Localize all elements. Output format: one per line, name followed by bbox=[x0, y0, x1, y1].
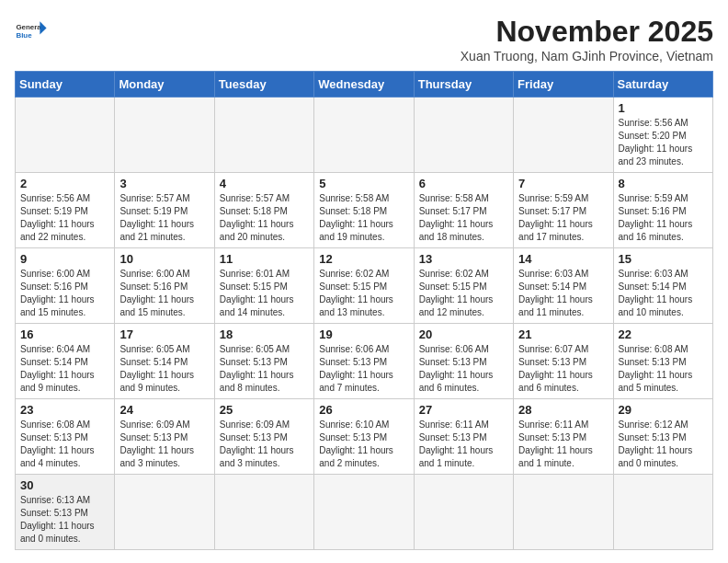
weekday-header: Wednesday bbox=[314, 72, 414, 98]
weekday-row: SundayMondayTuesdayWednesdayThursdayFrid… bbox=[16, 72, 713, 98]
day-info: Sunrise: 6:07 AM Sunset: 5:13 PM Dayligh… bbox=[518, 343, 608, 395]
calendar-cell bbox=[514, 98, 613, 173]
calendar-cell bbox=[16, 98, 115, 173]
day-number: 14 bbox=[518, 252, 608, 266]
svg-text:General: General bbox=[16, 23, 42, 31]
week-row: 1Sunrise: 5:56 AM Sunset: 5:20 PM Daylig… bbox=[16, 98, 713, 173]
day-info: Sunrise: 6:05 AM Sunset: 5:14 PM Dayligh… bbox=[119, 343, 209, 395]
calendar-cell: 9Sunrise: 6:00 AM Sunset: 5:16 PM Daylig… bbox=[16, 248, 115, 324]
calendar-cell: 8Sunrise: 5:59 AM Sunset: 5:16 PM Daylig… bbox=[613, 173, 712, 248]
day-number: 20 bbox=[419, 327, 508, 341]
calendar-cell: 1Sunrise: 5:56 AM Sunset: 5:20 PM Daylig… bbox=[613, 98, 712, 173]
day-info: Sunrise: 6:02 AM Sunset: 5:15 PM Dayligh… bbox=[419, 268, 508, 319]
weekday-header: Tuesday bbox=[214, 72, 313, 98]
calendar-cell: 20Sunrise: 6:06 AM Sunset: 5:13 PM Dayli… bbox=[414, 324, 513, 399]
day-info: Sunrise: 5:59 AM Sunset: 5:16 PM Dayligh… bbox=[619, 192, 708, 244]
calendar-cell: 19Sunrise: 6:06 AM Sunset: 5:13 PM Dayli… bbox=[314, 324, 414, 399]
week-row: 9Sunrise: 6:00 AM Sunset: 5:16 PM Daylig… bbox=[16, 248, 713, 324]
weekday-header: Thursday bbox=[414, 72, 513, 98]
day-number: 8 bbox=[619, 177, 708, 190]
day-info: Sunrise: 6:00 AM Sunset: 5:16 PM Dayligh… bbox=[119, 268, 209, 319]
month-title: November 2025 bbox=[461, 15, 713, 49]
day-number: 24 bbox=[119, 403, 209, 417]
calendar-cell bbox=[214, 98, 313, 173]
day-info: Sunrise: 5:58 AM Sunset: 5:17 PM Dayligh… bbox=[419, 192, 508, 244]
calendar-cell: 23Sunrise: 6:08 AM Sunset: 5:13 PM Dayli… bbox=[16, 399, 115, 475]
week-row: 23Sunrise: 6:08 AM Sunset: 5:13 PM Dayli… bbox=[16, 399, 713, 475]
day-info: Sunrise: 6:00 AM Sunset: 5:16 PM Dayligh… bbox=[20, 268, 109, 319]
calendar-body: 1Sunrise: 5:56 AM Sunset: 5:20 PM Daylig… bbox=[16, 98, 713, 550]
calendar-cell: 4Sunrise: 5:57 AM Sunset: 5:18 PM Daylig… bbox=[214, 173, 313, 248]
day-number: 15 bbox=[619, 252, 708, 266]
calendar-cell: 12Sunrise: 6:02 AM Sunset: 5:15 PM Dayli… bbox=[314, 248, 414, 324]
day-number: 5 bbox=[319, 177, 408, 190]
day-number: 16 bbox=[20, 327, 109, 341]
day-number: 11 bbox=[220, 252, 309, 266]
calendar-cell bbox=[414, 475, 513, 550]
title-area: November 2025 Xuan Truong, Nam GJinh Pro… bbox=[461, 15, 713, 63]
day-number: 4 bbox=[220, 177, 309, 190]
calendar-cell: 18Sunrise: 6:05 AM Sunset: 5:13 PM Dayli… bbox=[214, 324, 313, 399]
calendar-cell: 16Sunrise: 6:04 AM Sunset: 5:14 PM Dayli… bbox=[16, 324, 115, 399]
day-info: Sunrise: 5:59 AM Sunset: 5:17 PM Dayligh… bbox=[518, 192, 608, 244]
calendar-cell: 21Sunrise: 6:07 AM Sunset: 5:13 PM Dayli… bbox=[514, 324, 613, 399]
day-number: 1 bbox=[619, 101, 708, 115]
day-number: 17 bbox=[119, 327, 209, 341]
day-info: Sunrise: 5:56 AM Sunset: 5:19 PM Dayligh… bbox=[20, 192, 109, 244]
calendar-cell bbox=[314, 98, 414, 173]
day-info: Sunrise: 6:08 AM Sunset: 5:13 PM Dayligh… bbox=[619, 343, 708, 395]
day-number: 6 bbox=[419, 177, 508, 190]
calendar-cell: 14Sunrise: 6:03 AM Sunset: 5:14 PM Dayli… bbox=[514, 248, 613, 324]
day-info: Sunrise: 6:06 AM Sunset: 5:13 PM Dayligh… bbox=[319, 343, 408, 395]
day-info: Sunrise: 6:12 AM Sunset: 5:13 PM Dayligh… bbox=[619, 419, 708, 470]
day-number: 2 bbox=[20, 177, 109, 190]
svg-text:Blue: Blue bbox=[16, 31, 32, 40]
week-row: 30Sunrise: 6:13 AM Sunset: 5:13 PM Dayli… bbox=[16, 475, 713, 550]
calendar-cell: 3Sunrise: 5:57 AM Sunset: 5:19 PM Daylig… bbox=[115, 173, 214, 248]
day-number: 27 bbox=[419, 403, 508, 417]
day-number: 28 bbox=[518, 403, 608, 417]
calendar-cell: 29Sunrise: 6:12 AM Sunset: 5:13 PM Dayli… bbox=[613, 399, 712, 475]
calendar-cell bbox=[115, 98, 214, 173]
day-info: Sunrise: 5:57 AM Sunset: 5:19 PM Dayligh… bbox=[119, 192, 209, 244]
svg-marker-2 bbox=[40, 21, 46, 34]
day-info: Sunrise: 6:03 AM Sunset: 5:14 PM Dayligh… bbox=[518, 268, 608, 319]
location-subtitle: Xuan Truong, Nam GJinh Province, Vietnam bbox=[461, 49, 713, 63]
day-number: 30 bbox=[20, 478, 109, 492]
calendar-cell: 15Sunrise: 6:03 AM Sunset: 5:14 PM Dayli… bbox=[613, 248, 712, 324]
day-info: Sunrise: 6:11 AM Sunset: 5:13 PM Dayligh… bbox=[419, 419, 508, 470]
day-info: Sunrise: 6:04 AM Sunset: 5:14 PM Dayligh… bbox=[20, 343, 109, 395]
calendar-cell: 10Sunrise: 6:00 AM Sunset: 5:16 PM Dayli… bbox=[115, 248, 214, 324]
calendar-cell: 11Sunrise: 6:01 AM Sunset: 5:15 PM Dayli… bbox=[214, 248, 313, 324]
day-info: Sunrise: 5:56 AM Sunset: 5:20 PM Dayligh… bbox=[619, 117, 708, 168]
day-info: Sunrise: 6:09 AM Sunset: 5:13 PM Dayligh… bbox=[119, 419, 209, 470]
day-number: 13 bbox=[419, 252, 508, 266]
day-number: 12 bbox=[319, 252, 408, 266]
calendar-cell: 22Sunrise: 6:08 AM Sunset: 5:13 PM Dayli… bbox=[613, 324, 712, 399]
calendar-cell bbox=[514, 475, 613, 550]
calendar-cell: 2Sunrise: 5:56 AM Sunset: 5:19 PM Daylig… bbox=[16, 173, 115, 248]
calendar-cell: 30Sunrise: 6:13 AM Sunset: 5:13 PM Dayli… bbox=[16, 475, 115, 550]
calendar-cell: 28Sunrise: 6:11 AM Sunset: 5:13 PM Dayli… bbox=[514, 399, 613, 475]
day-info: Sunrise: 6:09 AM Sunset: 5:13 PM Dayligh… bbox=[220, 419, 309, 470]
day-number: 19 bbox=[319, 327, 408, 341]
calendar-cell: 6Sunrise: 5:58 AM Sunset: 5:17 PM Daylig… bbox=[414, 173, 513, 248]
logo: General Blue bbox=[15, 15, 48, 48]
day-info: Sunrise: 6:01 AM Sunset: 5:15 PM Dayligh… bbox=[220, 268, 309, 319]
day-number: 9 bbox=[20, 252, 109, 266]
day-number: 22 bbox=[619, 327, 708, 341]
calendar-cell: 26Sunrise: 6:10 AM Sunset: 5:13 PM Dayli… bbox=[314, 399, 414, 475]
day-number: 18 bbox=[220, 327, 309, 341]
calendar-cell: 7Sunrise: 5:59 AM Sunset: 5:17 PM Daylig… bbox=[514, 173, 613, 248]
weekday-header: Saturday bbox=[613, 72, 712, 98]
week-row: 2Sunrise: 5:56 AM Sunset: 5:19 PM Daylig… bbox=[16, 173, 713, 248]
header: General Blue November 2025 Xuan Truong, … bbox=[15, 15, 713, 63]
calendar-cell: 17Sunrise: 6:05 AM Sunset: 5:14 PM Dayli… bbox=[115, 324, 214, 399]
day-number: 21 bbox=[518, 327, 608, 341]
calendar-cell bbox=[314, 475, 414, 550]
calendar: SundayMondayTuesdayWednesdayThursdayFrid… bbox=[15, 71, 713, 550]
calendar-cell bbox=[613, 475, 712, 550]
week-row: 16Sunrise: 6:04 AM Sunset: 5:14 PM Dayli… bbox=[16, 324, 713, 399]
weekday-header: Monday bbox=[115, 72, 214, 98]
weekday-header: Sunday bbox=[16, 72, 115, 98]
